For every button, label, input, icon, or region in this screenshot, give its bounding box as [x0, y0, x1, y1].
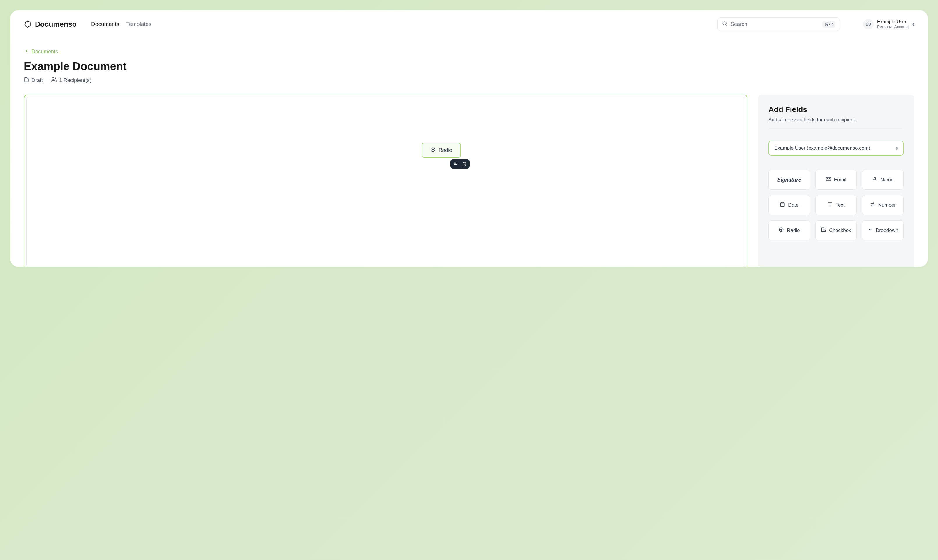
app-window: Documenso Documents Templates ⌘+K EU Exa…: [11, 11, 927, 267]
field-checkbox-button[interactable]: Checkbox: [815, 220, 857, 240]
status-badge: Draft: [24, 77, 43, 84]
svg-point-22: [781, 229, 782, 231]
field-radio-button[interactable]: Radio: [768, 220, 810, 240]
nav-templates[interactable]: Templates: [126, 21, 151, 28]
field-label: Name: [880, 177, 893, 183]
field-grid: Signature Email Name Date: [768, 170, 904, 240]
field-number-button[interactable]: Number: [862, 195, 904, 215]
user-icon: [872, 176, 878, 183]
field-label: Number: [878, 202, 895, 208]
field-label: Email: [834, 177, 847, 183]
breadcrumb[interactable]: Documents: [24, 48, 914, 55]
logo-text: Documenso: [35, 20, 77, 29]
sidebar-subtitle: Add all relevant fields for each recipie…: [768, 117, 904, 130]
field-label: Radio: [787, 228, 800, 234]
field-date-button[interactable]: Date: [768, 195, 810, 215]
svg-rect-11: [781, 203, 785, 207]
svg-point-2: [52, 78, 54, 80]
calendar-icon: [780, 202, 785, 208]
recipient-select[interactable]: Example User (example@documenso.com) ▴▾: [768, 141, 904, 156]
field-label: Date: [788, 202, 798, 208]
chevron-left-icon: [24, 48, 29, 55]
placed-field-label: Radio: [438, 147, 452, 153]
users-icon: [51, 77, 57, 84]
search-container[interactable]: ⌘+K: [717, 17, 840, 31]
nav-documents[interactable]: Documents: [91, 21, 119, 28]
user-account: Personal Account: [877, 25, 909, 29]
type-icon: [827, 202, 833, 208]
search-kbd: ⌘+K: [822, 21, 835, 28]
hash-icon: [870, 202, 875, 208]
recipient-value: Example User (example@documenso.com): [774, 145, 870, 151]
status-label: Draft: [31, 77, 43, 83]
page-title: Example Document: [24, 60, 914, 73]
radio-icon: [779, 227, 784, 234]
svg-line-19: [872, 202, 872, 206]
svg-point-10: [874, 177, 876, 179]
trash-icon[interactable]: [462, 162, 467, 166]
content: Documents Example Document Draft 1 Recip…: [11, 48, 927, 267]
document-page[interactable]: Radio: [26, 97, 745, 267]
search-icon: [722, 21, 728, 28]
svg-point-0: [723, 22, 726, 25]
svg-line-20: [873, 202, 874, 206]
sidebar-title: Add Fields: [768, 105, 904, 114]
user-name: Example User: [877, 19, 909, 25]
nav-links: Documents Templates: [91, 21, 151, 28]
radio-icon: [430, 147, 435, 154]
user-menu[interactable]: EU Example User Personal Account ▴▾: [863, 19, 914, 29]
file-icon: [24, 77, 29, 84]
settings-icon[interactable]: [453, 162, 458, 166]
chevron-down-icon: [867, 227, 873, 234]
user-info: Example User Personal Account: [877, 19, 909, 29]
avatar: EU: [863, 19, 874, 29]
chevron-updown-icon: ▴▾: [896, 146, 898, 150]
search-input[interactable]: [731, 21, 819, 28]
recipients-label: 1 Recipient(s): [59, 77, 91, 83]
logo-icon: [24, 20, 31, 28]
field-name-button[interactable]: Name: [862, 170, 904, 190]
logo[interactable]: Documenso: [24, 20, 77, 29]
field-label: Dropdown: [876, 228, 898, 234]
field-actions: [450, 159, 470, 169]
field-label: Text: [835, 202, 844, 208]
field-label: Checkbox: [829, 228, 851, 234]
sidebar: Add Fields Add all relevant fields for e…: [758, 95, 914, 267]
svg-line-1: [726, 25, 727, 26]
svg-point-8: [456, 164, 457, 165]
chevron-updown-icon: ▴▾: [912, 22, 914, 26]
main-grid: Radio Add Fields Add all relevant fields…: [24, 95, 914, 267]
mail-icon: [826, 176, 831, 183]
checkbox-icon: [821, 227, 826, 234]
breadcrumb-label: Documents: [31, 49, 58, 55]
field-text-button[interactable]: Text: [815, 195, 857, 215]
placed-field-radio[interactable]: Radio: [421, 143, 461, 158]
svg-point-7: [455, 163, 456, 163]
field-dropdown-button[interactable]: Dropdown: [862, 220, 904, 240]
document-canvas[interactable]: Radio: [24, 95, 747, 267]
field-signature-button[interactable]: Signature: [768, 170, 810, 190]
recipients-badge: 1 Recipient(s): [51, 77, 91, 84]
meta-row: Draft 1 Recipient(s): [24, 77, 914, 84]
header: Documenso Documents Templates ⌘+K EU Exa…: [11, 11, 927, 38]
field-label: Signature: [778, 176, 801, 183]
svg-point-4: [432, 149, 434, 151]
field-email-button[interactable]: Email: [815, 170, 857, 190]
